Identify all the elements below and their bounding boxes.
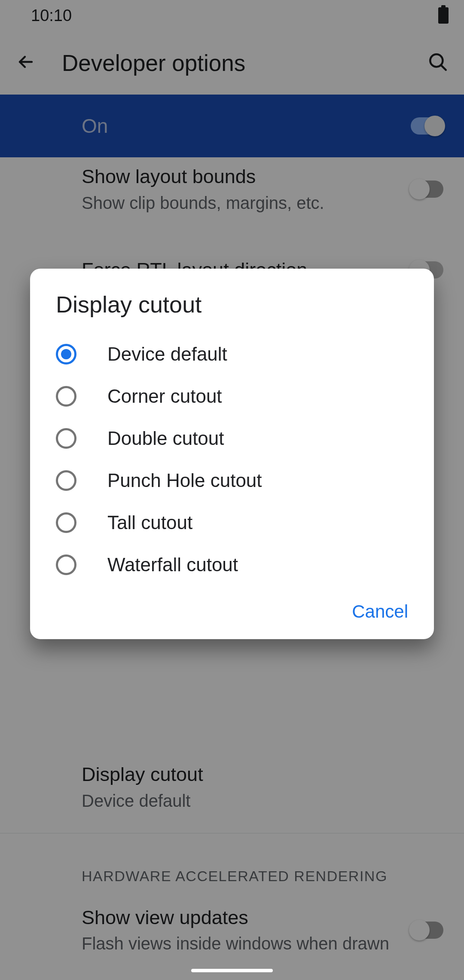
- option-label: Corner cutout: [107, 386, 222, 407]
- dialog-option-corner-cutout[interactable]: Corner cutout: [30, 375, 434, 417]
- radio-icon: [56, 428, 76, 449]
- display-cutout-dialog: Display cutout Device default Corner cut…: [30, 269, 434, 639]
- dialog-option-tall-cutout[interactable]: Tall cutout: [30, 502, 434, 544]
- gesture-nav-bar[interactable]: [191, 969, 273, 972]
- option-label: Waterfall cutout: [107, 554, 238, 576]
- radio-icon: [56, 512, 76, 533]
- cancel-button[interactable]: Cancel: [352, 601, 408, 622]
- dialog-option-double-cutout[interactable]: Double cutout: [30, 417, 434, 459]
- dialog-actions: Cancel: [30, 586, 434, 627]
- option-label: Double cutout: [107, 428, 224, 449]
- option-label: Device default: [107, 343, 227, 365]
- radio-icon: [56, 554, 76, 575]
- option-label: Punch Hole cutout: [107, 470, 262, 491]
- dialog-option-device-default[interactable]: Device default: [30, 333, 434, 375]
- dialog-option-waterfall-cutout[interactable]: Waterfall cutout: [30, 544, 434, 586]
- radio-icon: [56, 386, 76, 407]
- radio-icon: [56, 344, 76, 364]
- option-label: Tall cutout: [107, 512, 192, 533]
- dialog-options: Device default Corner cutout Double cuto…: [30, 333, 434, 586]
- dialog-title: Display cutout: [30, 269, 434, 333]
- dialog-option-punch-hole-cutout[interactable]: Punch Hole cutout: [30, 459, 434, 502]
- radio-icon: [56, 470, 76, 491]
